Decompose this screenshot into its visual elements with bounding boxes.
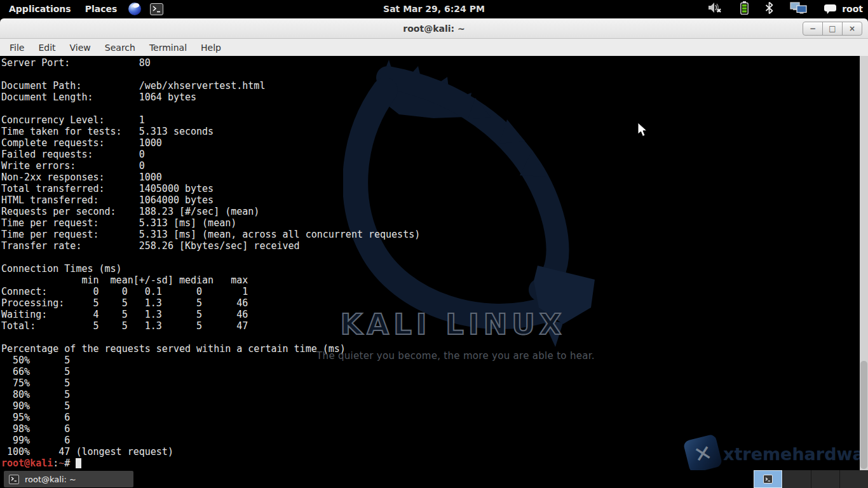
prompt-cwd: ~ — [58, 458, 64, 469]
iceweasel-icon[interactable] — [128, 3, 141, 15]
maximize-button[interactable]: □ — [822, 22, 843, 36]
terminal-content[interactable]: KALI LINUX The quieter you become, the m… — [0, 56, 868, 470]
top-panel: Applications Places Sat Mar 29, 6:24 PM — [0, 0, 868, 18]
taskbar-window-label: root@kali: ~ — [25, 475, 76, 484]
menu-help[interactable]: Help — [194, 41, 228, 55]
shell-prompt: root@kali:~# — [1, 458, 860, 469]
workspace-3[interactable] — [811, 470, 839, 488]
window-title: root@kali: ~ — [403, 24, 465, 34]
network-icon[interactable] — [790, 2, 807, 17]
menu-file[interactable]: File — [3, 41, 31, 55]
applications-menu[interactable]: Applications — [6, 3, 74, 15]
mouse-cursor — [637, 122, 648, 137]
bottom-panel: root@kali: ~ — [0, 470, 868, 488]
prompt-separator: : — [53, 458, 58, 469]
battery-icon[interactable] — [740, 1, 749, 17]
menu-terminal[interactable]: Terminal — [142, 41, 194, 55]
minimize-button[interactable]: − — [803, 22, 823, 36]
bluetooth-icon[interactable] — [765, 2, 773, 17]
prompt-symbol: # — [64, 458, 70, 469]
workspace-switcher — [754, 470, 868, 488]
window-titlebar[interactable]: root@kali: ~ − □ × — [0, 18, 868, 39]
workspace-1[interactable] — [754, 470, 782, 488]
menu-search[interactable]: Search — [98, 41, 142, 55]
ab-benchmark-output: Server Port: 80 Document Path: /web/xhse… — [1, 57, 860, 458]
terminal-launcher-icon[interactable] — [150, 3, 163, 15]
workspace-terminal-icon — [763, 475, 773, 484]
menu-edit[interactable]: Edit — [31, 41, 62, 55]
menu-view[interactable]: View — [63, 41, 98, 55]
places-menu[interactable]: Places — [83, 3, 120, 15]
terminal-text-area[interactable]: Server Port: 80 Document Path: /web/xhse… — [0, 56, 860, 470]
terminal-menubar: File Edit View Search Terminal Help — [0, 39, 868, 56]
terminal-window: root@kali: ~ − □ × File Edit View Search… — [0, 18, 868, 470]
close-button[interactable]: × — [842, 22, 862, 36]
taskbar-window-button[interactable]: root@kali: ~ — [4, 471, 133, 487]
terminal-window-icon — [9, 475, 19, 484]
clock[interactable]: Sat Mar 29, 6:24 PM — [383, 4, 485, 14]
volume-muted-icon[interactable] — [709, 2, 724, 16]
window-controls: − □ × — [803, 22, 862, 36]
prompt-user-host: root@kali — [1, 458, 53, 469]
notification-bubble-icon — [824, 4, 837, 15]
user-menu[interactable]: root — [824, 4, 863, 15]
workspace-2[interactable] — [782, 470, 811, 488]
terminal-scrollbar[interactable] — [860, 56, 868, 470]
user-label: root — [842, 4, 863, 14]
workspace-4[interactable] — [839, 470, 868, 488]
terminal-cursor — [76, 458, 81, 468]
scrollbar-thumb[interactable] — [860, 361, 867, 469]
